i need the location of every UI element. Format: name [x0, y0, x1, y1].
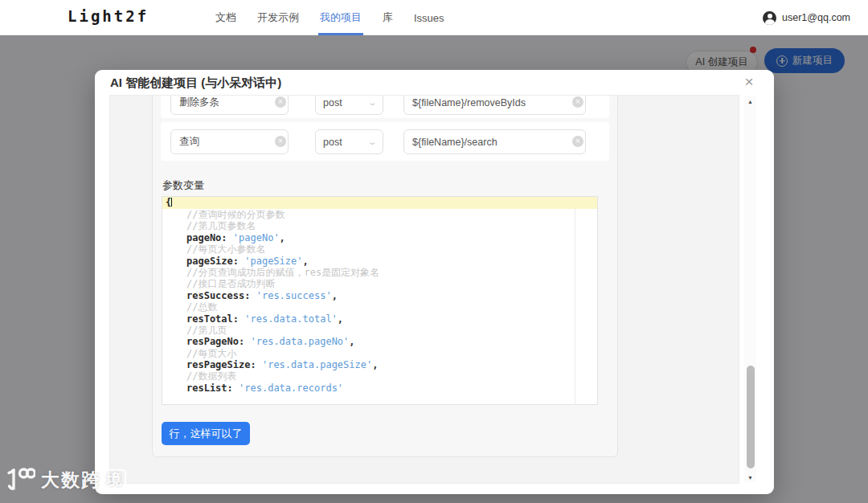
- clear-icon[interactable]: ×: [572, 136, 583, 147]
- code-active-line: {: [162, 197, 597, 209]
- nav-item[interactable]: 文档: [215, 0, 236, 35]
- clear-icon[interactable]: ×: [572, 96, 583, 108]
- clear-icon[interactable]: ×: [275, 96, 286, 108]
- scroll-up-icon[interactable]: ▲: [744, 96, 756, 106]
- user-email: user1@qq.com: [782, 12, 850, 23]
- code-editor-lines: //查询时候的分页参数//第几页参数名pageNo: 'pageNo',//每页…: [162, 209, 597, 394]
- user-account[interactable]: user1@qq.com: [763, 0, 850, 35]
- method-value: post: [323, 97, 342, 108]
- text-cursor: [171, 198, 172, 207]
- code-comment-line: //分页查询成功后的赋值，res是固定对象名: [162, 267, 597, 278]
- column-ruler: [575, 197, 575, 404]
- method-value: post: [323, 137, 342, 148]
- confirm-button[interactable]: 行，这样可以了: [162, 422, 250, 445]
- nav-item[interactable]: 开发示例: [257, 0, 299, 35]
- api-name-input[interactable]: [170, 129, 289, 154]
- user-avatar-icon: [763, 11, 776, 25]
- method-select[interactable]: post ⌄: [315, 129, 383, 154]
- code-comment-line: //每页大小: [162, 348, 597, 359]
- api-name-input[interactable]: [170, 95, 289, 115]
- dialog-title: AI 智能创建项目 (与小呆对话中): [110, 76, 281, 91]
- clear-icon[interactable]: ×: [275, 136, 286, 147]
- chevron-down-icon: ⌄: [367, 98, 378, 107]
- code-editor[interactable]: { //查询时候的分页参数//第几页参数名pageNo: 'pageNo',//…: [162, 196, 598, 405]
- code-comment-line: //第几页: [162, 325, 597, 336]
- code-pair-line: resTotal: 'res.data.total',: [162, 313, 597, 325]
- code-pair-line: resSuccess: 'res.success',: [162, 290, 597, 301]
- code-comment-line: //每页大小参数名: [162, 243, 597, 255]
- app-logo[interactable]: Light2f: [68, 7, 149, 25]
- scrollbar-thumb[interactable]: [747, 366, 755, 468]
- ai-create-dialog: AI 智能创建项目 (与小呆对话中) × × post ⌄ ×: [95, 70, 774, 494]
- api-url-input[interactable]: [403, 95, 586, 115]
- screen: Light2f 文档开发示例我的项目库Issues user1@qq.com A…: [0, 0, 868, 503]
- top-nav: Light2f 文档开发示例我的项目库Issues user1@qq.com: [0, 0, 868, 35]
- code-pair-line: resList: 'res.data.records': [162, 382, 597, 394]
- api-row: × post ⌄ ×: [161, 95, 609, 118]
- code-comment-line: //数据列表: [162, 370, 597, 382]
- code-comment-line: //接口是否成功判断: [162, 278, 597, 289]
- code-pair-line: pageSize: 'pageSize',: [162, 256, 597, 267]
- code-pair-line: resPageSize: 'res.data.pageSize',: [162, 359, 597, 370]
- assistant-message-box: × post ⌄ × × post ⌄: [152, 95, 618, 457]
- nav-item[interactable]: 库: [383, 0, 393, 35]
- code-pair-line: pageNo: 'pageNo',: [162, 232, 597, 243]
- nav-item[interactable]: Issues: [414, 0, 444, 35]
- chevron-down-icon: ⌄: [367, 137, 378, 146]
- nav-item[interactable]: 我的项目: [320, 0, 362, 35]
- scroll-down-icon[interactable]: ▼: [744, 472, 756, 482]
- api-row: × post ⌄ ×: [161, 122, 609, 161]
- api-url-input[interactable]: [403, 129, 586, 154]
- modal-scrollbar[interactable]: ▲ ▼: [744, 96, 756, 482]
- code-comment-line: //总数: [162, 301, 597, 313]
- close-icon[interactable]: ×: [740, 73, 758, 91]
- nav-menu: 文档开发示例我的项目库Issues: [215, 0, 444, 35]
- method-select[interactable]: post ⌄: [315, 95, 383, 115]
- code-pair-line: resPageNo: 'res.data.pageNo',: [162, 336, 597, 347]
- code-comment-line: //第几页参数名: [162, 220, 597, 231]
- params-variables-label: 参数变量: [162, 178, 204, 193]
- chat-panel: × post ⌄ × × post ⌄: [109, 95, 739, 484]
- code-comment-line: //查询时候的分页参数: [162, 209, 597, 220]
